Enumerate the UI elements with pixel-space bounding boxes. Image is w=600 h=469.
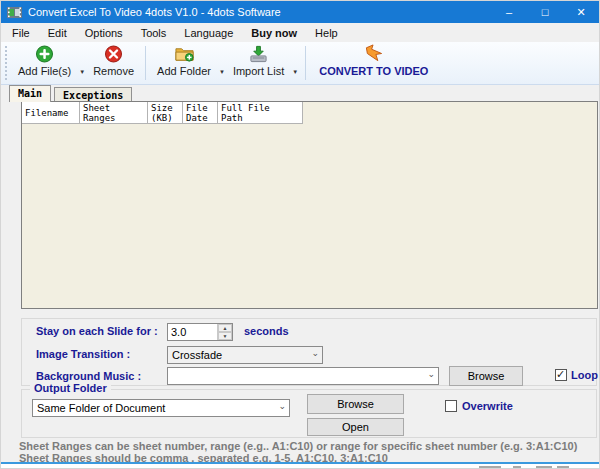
maximize-button[interactable]: □ — [527, 1, 563, 23]
toolbar: Add File(s) ▼ Remove Add Folder ▼ — [1, 42, 599, 85]
slide-duration-label: Stay on each Slide for : — [36, 325, 158, 337]
toolbar-grip — [5, 46, 10, 80]
slide-settings-group: Stay on each Slide for : 3.0 ▲ ▼ seconds… — [21, 318, 597, 386]
add-file-icon — [35, 45, 54, 63]
app-icon — [7, 6, 22, 19]
output-folder-select[interactable]: Same Folder of Document ⌄ — [32, 399, 290, 417]
menu-help[interactable]: Help — [306, 25, 347, 41]
column-header-full-file-path[interactable]: Full File Path — [218, 102, 303, 124]
toolbar-separator — [145, 46, 146, 80]
column-header-sheet-ranges[interactable]: Sheet Ranges — [80, 102, 148, 124]
loop-checkbox[interactable] — [555, 369, 567, 381]
file-list-header: Filename Sheet Ranges Size (KB) File Dat… — [22, 102, 597, 124]
column-header-size[interactable]: Size (KB) — [148, 102, 183, 124]
spin-up-icon[interactable]: ▲ — [218, 324, 232, 332]
seconds-label: seconds — [244, 325, 289, 337]
tab-main[interactable]: Main — [9, 85, 51, 102]
window-bottom-strip — [1, 464, 599, 468]
help-line-1: Sheet Ranges can be sheet number, range … — [19, 440, 577, 452]
chevron-down-icon: ⌄ — [311, 348, 319, 358]
title-bar: Convert Excel To Video 4dots V1.0 - 4dot… — [1, 1, 599, 23]
clipped-text-remnant — [479, 466, 501, 468]
remove-button[interactable]: Remove — [87, 42, 140, 84]
image-transition-value: Crossfade — [172, 349, 222, 361]
file-list[interactable]: Filename Sheet Ranges Size (KB) File Dat… — [21, 101, 598, 309]
convert-label: CONVERT TO VIDEO — [319, 65, 428, 77]
app-window: Convert Excel To Video 4dots V1.0 - 4dot… — [0, 0, 600, 469]
menu-tools[interactable]: Tools — [132, 25, 176, 41]
chevron-down-icon: ⌄ — [278, 401, 286, 411]
window-title: Convert Excel To Video 4dots V1.0 - 4dot… — [28, 6, 281, 18]
convert-icon — [362, 44, 386, 63]
add-folder-label: Add Folder — [157, 65, 211, 77]
clipped-text-remnant — [513, 466, 521, 468]
add-folder-dropdown-icon[interactable]: ▼ — [217, 69, 227, 75]
loop-label: Loop — [571, 369, 598, 381]
import-list-dropdown-icon[interactable]: ▼ — [290, 69, 300, 75]
add-files-button[interactable]: Add File(s) — [12, 42, 77, 84]
image-transition-label: Image Transition : — [36, 348, 130, 360]
menu-file[interactable]: File — [3, 25, 39, 41]
remove-icon — [104, 45, 123, 63]
convert-to-video-button[interactable]: CONVERT TO VIDEO — [311, 42, 436, 84]
image-transition-select[interactable]: Crossfade ⌄ — [167, 346, 323, 364]
overwrite-label: Overwrite — [462, 400, 513, 412]
close-button[interactable]: ✕ — [563, 1, 599, 23]
remove-label: Remove — [93, 65, 134, 77]
menu-buy-now[interactable]: Buy now — [242, 25, 306, 41]
tab-strip: Main Exceptions — [9, 85, 132, 102]
clipped-text-remnant — [557, 466, 569, 468]
background-music-select[interactable]: ⌄ — [167, 367, 439, 385]
output-browse-button[interactable]: Browse — [307, 394, 404, 414]
toolbar-separator — [305, 46, 306, 80]
import-list-icon — [249, 45, 268, 63]
tab-exceptions[interactable]: Exceptions — [54, 87, 132, 102]
column-header-file-date[interactable]: File Date — [183, 102, 218, 124]
spin-down-icon[interactable]: ▼ — [218, 332, 232, 340]
clipped-text-remnant — [536, 466, 552, 468]
add-files-label: Add File(s) — [18, 65, 71, 77]
column-header-filename[interactable]: Filename — [22, 102, 80, 124]
add-files-dropdown-icon[interactable]: ▼ — [77, 69, 87, 75]
menu-edit[interactable]: Edit — [39, 25, 76, 41]
menu-options[interactable]: Options — [76, 25, 132, 41]
output-folder-group: Output Folder Same Folder of Document ⌄ … — [21, 389, 597, 438]
menu-bar: File Edit Options Tools Language Buy now… — [1, 23, 599, 42]
import-list-button[interactable]: Import List — [227, 42, 290, 84]
output-folder-legend: Output Folder — [30, 382, 111, 394]
add-folder-icon — [175, 45, 194, 63]
output-open-button[interactable]: Open — [307, 418, 404, 436]
chevron-down-icon: ⌄ — [427, 369, 435, 379]
slide-duration-value[interactable]: 3.0 — [168, 324, 217, 340]
background-music-label: Background Music : — [36, 370, 141, 382]
slide-duration-stepper[interactable]: 3.0 ▲ ▼ — [167, 323, 233, 341]
minimize-button[interactable]: – — [491, 1, 527, 23]
output-folder-value: Same Folder of Document — [37, 402, 165, 414]
import-list-label: Import List — [233, 65, 284, 77]
menu-language[interactable]: Language — [175, 25, 242, 41]
add-folder-button[interactable]: Add Folder — [151, 42, 217, 84]
music-browse-button[interactable]: Browse — [449, 366, 523, 386]
overwrite-checkbox[interactable] — [445, 400, 457, 412]
